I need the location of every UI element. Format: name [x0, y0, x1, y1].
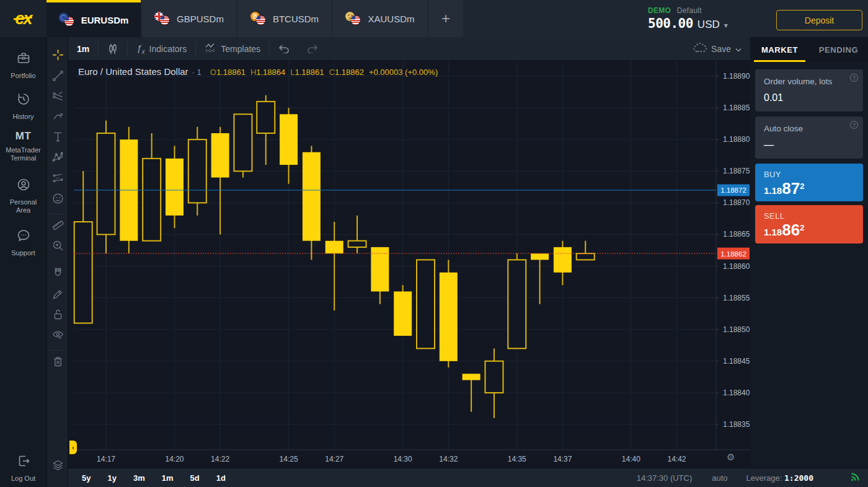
logout-icon: [16, 454, 31, 471]
help-icon[interactable]: ?: [850, 121, 858, 129]
order-panel: MARKET PENDING ? Order volume, lots 0.01…: [750, 37, 868, 468]
symbol-tab-btcusd[interactable]: BTCUSDm: [237, 0, 332, 37]
chevron-down-icon: [735, 44, 742, 54]
range-1y-button[interactable]: 1y: [107, 473, 116, 483]
text-tool-icon[interactable]: [51, 130, 64, 143]
sidebar-item-personal-area[interactable]: Personal Area: [0, 177, 46, 214]
candle-14:19: [143, 133, 161, 241]
parallel-channel-tool-icon[interactable]: [51, 171, 64, 184]
sidebar-item-portfolio[interactable]: Portfolio: [0, 51, 46, 80]
timeframe-label: 1m: [77, 44, 89, 54]
candle-14:30: [394, 285, 412, 336]
hide-drawings-eye-icon[interactable]: [51, 328, 64, 341]
crosshair-tool-icon[interactable]: [51, 48, 64, 61]
save-layout-button[interactable]: Save: [684, 43, 750, 55]
add-symbol-tab-button[interactable]: +: [428, 0, 463, 37]
lock-drawings-icon[interactable]: [51, 308, 64, 321]
brush-tool-icon[interactable]: [51, 110, 64, 123]
deposit-button[interactable]: Deposit: [776, 10, 862, 30]
chart-canvas[interactable]: 1.188901.188851.188801.188751.188701.188…: [68, 61, 750, 468]
person-icon: [16, 177, 31, 195]
price-axis-label: 1.18845: [723, 357, 750, 366]
range-1d-button[interactable]: 1d: [216, 473, 226, 483]
range-3m-button[interactable]: 3m: [133, 473, 145, 483]
magnet-tool-icon[interactable]: [51, 266, 64, 279]
remove-drawings-trash-icon[interactable]: [51, 355, 64, 368]
eur-usd-pair-icon: [59, 13, 75, 27]
undo-button[interactable]: [270, 37, 298, 61]
time-axis-label: 14:22: [211, 455, 229, 463]
gold-usd-pair-icon: [345, 12, 361, 25]
trend-line-tool-icon[interactable]: [51, 69, 64, 82]
price-axis-label: 1.18855: [723, 294, 750, 302]
tab-market[interactable]: MARKET: [750, 37, 809, 62]
price-axis-label: 1.18840: [723, 388, 750, 397]
chart-symbol-title: Euro / United States Dollar· 1O1.18861H1…: [78, 66, 438, 77]
templates-label: Templates: [221, 44, 260, 54]
drawing-mode-lock-icon[interactable]: [51, 287, 64, 301]
auto-close-field[interactable]: ? Auto close —: [755, 116, 863, 159]
time-axis-label: 14:42: [668, 455, 686, 463]
time-axis-label: 14:20: [165, 455, 184, 463]
chart-settings-gear-icon[interactable]: ⚙: [727, 452, 735, 463]
auto-close-label: Auto close: [764, 124, 856, 133]
indicators-button[interactable]: ƒx Indicators: [128, 37, 195, 61]
timezone-auto-toggle[interactable]: auto: [712, 473, 727, 483]
sidebar-item-label: Portfolio: [11, 72, 35, 80]
time-axis-label: 14:40: [622, 455, 640, 463]
order-volume-field[interactable]: ? Order volume, lots 0.01: [755, 69, 863, 112]
sidebar-item-history[interactable]: History: [0, 92, 46, 121]
candle-14:34: [485, 348, 503, 418]
cloud-save-icon: [693, 43, 707, 55]
buy-button[interactable]: BUY 1.18872: [755, 164, 863, 201]
svg-text:1.18862: 1.18862: [720, 250, 746, 258]
sidebar-item-metatrader[interactable]: MT MetaTrader Terminal: [0, 130, 46, 162]
candle-14:29: [371, 247, 389, 304]
emoji-tool-icon[interactable]: [51, 192, 64, 205]
redo-button[interactable]: [298, 37, 327, 61]
range-5d-button[interactable]: 5d: [190, 473, 200, 483]
symbol-tab-label: EURUSDm: [81, 15, 129, 25]
templates-button[interactable]: Templates: [196, 37, 269, 61]
account-switcher[interactable]: DEMO Default 500.00 USD ▾: [648, 6, 747, 31]
help-icon[interactable]: ?: [850, 74, 858, 82]
tab-pending[interactable]: PENDING: [809, 37, 868, 62]
chart-style-candles-button[interactable]: [99, 37, 127, 61]
range-5y-button[interactable]: 5y: [82, 473, 91, 483]
range-1m-button[interactable]: 1m: [162, 473, 174, 483]
ohlc-close: 1.18862: [335, 68, 364, 77]
sell-button[interactable]: SELL 1.18862: [755, 205, 863, 244]
symbol-tab-gbpusd[interactable]: GBPUSDm: [142, 0, 236, 37]
symbol-tab-label: GBPUSDm: [177, 14, 224, 24]
ruler-tool-icon[interactable]: [51, 219, 64, 232]
timeframe-button[interactable]: 1m: [68, 37, 98, 61]
time-axis-label: 14:27: [325, 455, 343, 463]
symbol-tab-eurusd[interactable]: EURUSDm: [46, 0, 141, 37]
sidebar-item-support[interactable]: Support: [0, 228, 46, 257]
account-balance: 500.00: [648, 16, 693, 31]
auto-close-value[interactable]: —: [764, 139, 856, 151]
order-volume-value[interactable]: 0.01: [764, 92, 856, 103]
trading-terminal: ex EURUSDm GBPUSDm BTCUSDm: [0, 0, 868, 487]
candle-14:20: [166, 146, 184, 228]
indicators-label: Indicators: [149, 44, 187, 54]
sidebar-item-logout[interactable]: Log Out: [0, 454, 46, 483]
time-axis-label: 14:32: [439, 455, 458, 463]
symbol-tab-xauusd[interactable]: XAUUSDm: [333, 0, 427, 37]
zoom-in-tool-icon[interactable]: [51, 239, 64, 252]
toolbar-divider: [50, 350, 66, 351]
collapse-drawbar-handle[interactable]: ‹: [69, 441, 77, 454]
sidebar-item-label: MetaTrader Terminal: [4, 146, 43, 162]
price-axis-label: 1.18860: [723, 262, 750, 271]
object-tree-layers-icon[interactable]: [51, 458, 64, 472]
fib-lines-tool-icon[interactable]: [51, 90, 64, 103]
sidebar-item-label: Log Out: [11, 475, 35, 483]
ohlc-high: 1.18864: [256, 68, 285, 77]
price-axis-label: 1.18865: [723, 230, 750, 239]
xabcd-pattern-tool-icon[interactable]: [51, 151, 64, 164]
save-label: Save: [711, 44, 731, 54]
sell-price: 1.18862: [764, 222, 863, 238]
sidebar-item-label: Support: [11, 249, 35, 257]
exness-logo[interactable]: ex: [0, 0, 46, 37]
price-axis-label: 1.18850: [723, 325, 750, 334]
